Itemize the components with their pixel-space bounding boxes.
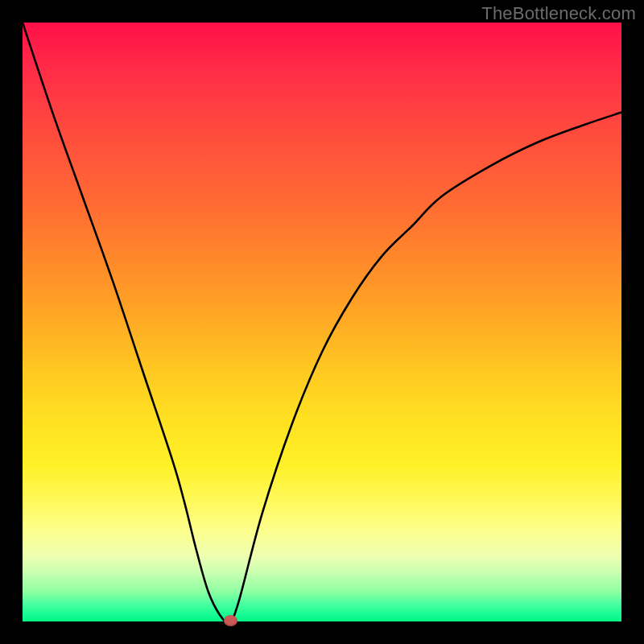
chart-frame: TheBottleneck.com <box>0 0 644 644</box>
bottleneck-curve <box>23 23 621 621</box>
minimum-marker-dot <box>224 615 237 626</box>
plot-area <box>23 23 621 621</box>
watermark-text: TheBottleneck.com <box>481 3 636 24</box>
